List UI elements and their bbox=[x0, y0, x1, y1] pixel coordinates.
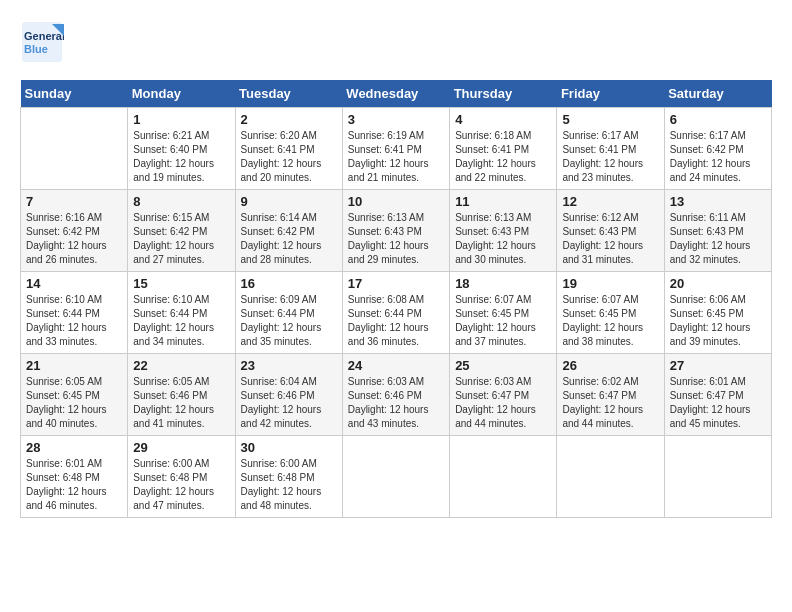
calendar-header: SundayMondayTuesdayWednesdayThursdayFrid… bbox=[21, 80, 772, 108]
calendar-cell: 7Sunrise: 6:16 AM Sunset: 6:42 PM Daylig… bbox=[21, 190, 128, 272]
calendar-cell: 18Sunrise: 6:07 AM Sunset: 6:45 PM Dayli… bbox=[450, 272, 557, 354]
day-info: Sunrise: 6:02 AM Sunset: 6:47 PM Dayligh… bbox=[562, 375, 658, 431]
day-info: Sunrise: 6:03 AM Sunset: 6:46 PM Dayligh… bbox=[348, 375, 444, 431]
svg-text:General: General bbox=[24, 30, 64, 42]
calendar-week-1: 1Sunrise: 6:21 AM Sunset: 6:40 PM Daylig… bbox=[21, 108, 772, 190]
day-number: 12 bbox=[562, 194, 658, 209]
day-info: Sunrise: 6:00 AM Sunset: 6:48 PM Dayligh… bbox=[241, 457, 337, 513]
day-number: 15 bbox=[133, 276, 229, 291]
calendar-cell: 3Sunrise: 6:19 AM Sunset: 6:41 PM Daylig… bbox=[342, 108, 449, 190]
day-info: Sunrise: 6:17 AM Sunset: 6:42 PM Dayligh… bbox=[670, 129, 766, 185]
calendar-cell: 17Sunrise: 6:08 AM Sunset: 6:44 PM Dayli… bbox=[342, 272, 449, 354]
calendar-cell: 1Sunrise: 6:21 AM Sunset: 6:40 PM Daylig… bbox=[128, 108, 235, 190]
calendar-cell: 20Sunrise: 6:06 AM Sunset: 6:45 PM Dayli… bbox=[664, 272, 771, 354]
day-info: Sunrise: 6:01 AM Sunset: 6:48 PM Dayligh… bbox=[26, 457, 122, 513]
day-info: Sunrise: 6:07 AM Sunset: 6:45 PM Dayligh… bbox=[455, 293, 551, 349]
day-number: 28 bbox=[26, 440, 122, 455]
day-info: Sunrise: 6:07 AM Sunset: 6:45 PM Dayligh… bbox=[562, 293, 658, 349]
header-day-wednesday: Wednesday bbox=[342, 80, 449, 108]
day-number: 13 bbox=[670, 194, 766, 209]
day-number: 4 bbox=[455, 112, 551, 127]
day-info: Sunrise: 6:12 AM Sunset: 6:43 PM Dayligh… bbox=[562, 211, 658, 267]
header-day-thursday: Thursday bbox=[450, 80, 557, 108]
header-row: SundayMondayTuesdayWednesdayThursdayFrid… bbox=[21, 80, 772, 108]
calendar-cell: 13Sunrise: 6:11 AM Sunset: 6:43 PM Dayli… bbox=[664, 190, 771, 272]
calendar-cell bbox=[21, 108, 128, 190]
calendar-cell: 5Sunrise: 6:17 AM Sunset: 6:41 PM Daylig… bbox=[557, 108, 664, 190]
day-number: 6 bbox=[670, 112, 766, 127]
day-number: 16 bbox=[241, 276, 337, 291]
calendar-cell: 10Sunrise: 6:13 AM Sunset: 6:43 PM Dayli… bbox=[342, 190, 449, 272]
day-info: Sunrise: 6:19 AM Sunset: 6:41 PM Dayligh… bbox=[348, 129, 444, 185]
day-info: Sunrise: 6:05 AM Sunset: 6:46 PM Dayligh… bbox=[133, 375, 229, 431]
day-number: 20 bbox=[670, 276, 766, 291]
day-number: 2 bbox=[241, 112, 337, 127]
day-number: 26 bbox=[562, 358, 658, 373]
calendar-cell: 15Sunrise: 6:10 AM Sunset: 6:44 PM Dayli… bbox=[128, 272, 235, 354]
day-info: Sunrise: 6:21 AM Sunset: 6:40 PM Dayligh… bbox=[133, 129, 229, 185]
day-info: Sunrise: 6:17 AM Sunset: 6:41 PM Dayligh… bbox=[562, 129, 658, 185]
day-number: 17 bbox=[348, 276, 444, 291]
day-info: Sunrise: 6:15 AM Sunset: 6:42 PM Dayligh… bbox=[133, 211, 229, 267]
calendar-cell: 26Sunrise: 6:02 AM Sunset: 6:47 PM Dayli… bbox=[557, 354, 664, 436]
day-number: 22 bbox=[133, 358, 229, 373]
day-info: Sunrise: 6:10 AM Sunset: 6:44 PM Dayligh… bbox=[133, 293, 229, 349]
calendar-cell: 22Sunrise: 6:05 AM Sunset: 6:46 PM Dayli… bbox=[128, 354, 235, 436]
day-number: 24 bbox=[348, 358, 444, 373]
day-number: 3 bbox=[348, 112, 444, 127]
calendar-cell: 14Sunrise: 6:10 AM Sunset: 6:44 PM Dayli… bbox=[21, 272, 128, 354]
calendar-cell: 21Sunrise: 6:05 AM Sunset: 6:45 PM Dayli… bbox=[21, 354, 128, 436]
calendar-cell: 30Sunrise: 6:00 AM Sunset: 6:48 PM Dayli… bbox=[235, 436, 342, 518]
calendar-week-4: 21Sunrise: 6:05 AM Sunset: 6:45 PM Dayli… bbox=[21, 354, 772, 436]
day-number: 29 bbox=[133, 440, 229, 455]
day-info: Sunrise: 6:13 AM Sunset: 6:43 PM Dayligh… bbox=[455, 211, 551, 267]
header-day-sunday: Sunday bbox=[21, 80, 128, 108]
day-info: Sunrise: 6:10 AM Sunset: 6:44 PM Dayligh… bbox=[26, 293, 122, 349]
day-info: Sunrise: 6:13 AM Sunset: 6:43 PM Dayligh… bbox=[348, 211, 444, 267]
day-number: 30 bbox=[241, 440, 337, 455]
day-number: 11 bbox=[455, 194, 551, 209]
day-number: 18 bbox=[455, 276, 551, 291]
day-number: 25 bbox=[455, 358, 551, 373]
day-number: 9 bbox=[241, 194, 337, 209]
calendar-body: 1Sunrise: 6:21 AM Sunset: 6:40 PM Daylig… bbox=[21, 108, 772, 518]
calendar-cell: 29Sunrise: 6:00 AM Sunset: 6:48 PM Dayli… bbox=[128, 436, 235, 518]
day-number: 7 bbox=[26, 194, 122, 209]
header-day-saturday: Saturday bbox=[664, 80, 771, 108]
calendar-cell: 9Sunrise: 6:14 AM Sunset: 6:42 PM Daylig… bbox=[235, 190, 342, 272]
calendar-cell: 28Sunrise: 6:01 AM Sunset: 6:48 PM Dayli… bbox=[21, 436, 128, 518]
day-info: Sunrise: 6:08 AM Sunset: 6:44 PM Dayligh… bbox=[348, 293, 444, 349]
calendar-cell: 24Sunrise: 6:03 AM Sunset: 6:46 PM Dayli… bbox=[342, 354, 449, 436]
day-info: Sunrise: 6:14 AM Sunset: 6:42 PM Dayligh… bbox=[241, 211, 337, 267]
calendar-cell bbox=[557, 436, 664, 518]
day-number: 8 bbox=[133, 194, 229, 209]
calendar-cell: 6Sunrise: 6:17 AM Sunset: 6:42 PM Daylig… bbox=[664, 108, 771, 190]
day-info: Sunrise: 6:05 AM Sunset: 6:45 PM Dayligh… bbox=[26, 375, 122, 431]
calendar-cell: 19Sunrise: 6:07 AM Sunset: 6:45 PM Dayli… bbox=[557, 272, 664, 354]
day-info: Sunrise: 6:16 AM Sunset: 6:42 PM Dayligh… bbox=[26, 211, 122, 267]
day-number: 14 bbox=[26, 276, 122, 291]
calendar-cell bbox=[342, 436, 449, 518]
logo-icon: General Blue bbox=[20, 20, 64, 64]
day-info: Sunrise: 6:09 AM Sunset: 6:44 PM Dayligh… bbox=[241, 293, 337, 349]
page-header: General Blue bbox=[20, 20, 772, 64]
calendar-week-5: 28Sunrise: 6:01 AM Sunset: 6:48 PM Dayli… bbox=[21, 436, 772, 518]
calendar-cell: 27Sunrise: 6:01 AM Sunset: 6:47 PM Dayli… bbox=[664, 354, 771, 436]
day-info: Sunrise: 6:11 AM Sunset: 6:43 PM Dayligh… bbox=[670, 211, 766, 267]
day-number: 1 bbox=[133, 112, 229, 127]
day-number: 23 bbox=[241, 358, 337, 373]
calendar-week-2: 7Sunrise: 6:16 AM Sunset: 6:42 PM Daylig… bbox=[21, 190, 772, 272]
day-info: Sunrise: 6:18 AM Sunset: 6:41 PM Dayligh… bbox=[455, 129, 551, 185]
calendar-cell: 11Sunrise: 6:13 AM Sunset: 6:43 PM Dayli… bbox=[450, 190, 557, 272]
calendar-cell bbox=[664, 436, 771, 518]
calendar-cell bbox=[450, 436, 557, 518]
calendar-cell: 16Sunrise: 6:09 AM Sunset: 6:44 PM Dayli… bbox=[235, 272, 342, 354]
day-info: Sunrise: 6:00 AM Sunset: 6:48 PM Dayligh… bbox=[133, 457, 229, 513]
logo: General Blue bbox=[20, 20, 70, 64]
day-info: Sunrise: 6:01 AM Sunset: 6:47 PM Dayligh… bbox=[670, 375, 766, 431]
day-number: 19 bbox=[562, 276, 658, 291]
calendar-table: SundayMondayTuesdayWednesdayThursdayFrid… bbox=[20, 80, 772, 518]
day-info: Sunrise: 6:20 AM Sunset: 6:41 PM Dayligh… bbox=[241, 129, 337, 185]
calendar-week-3: 14Sunrise: 6:10 AM Sunset: 6:44 PM Dayli… bbox=[21, 272, 772, 354]
day-info: Sunrise: 6:03 AM Sunset: 6:47 PM Dayligh… bbox=[455, 375, 551, 431]
